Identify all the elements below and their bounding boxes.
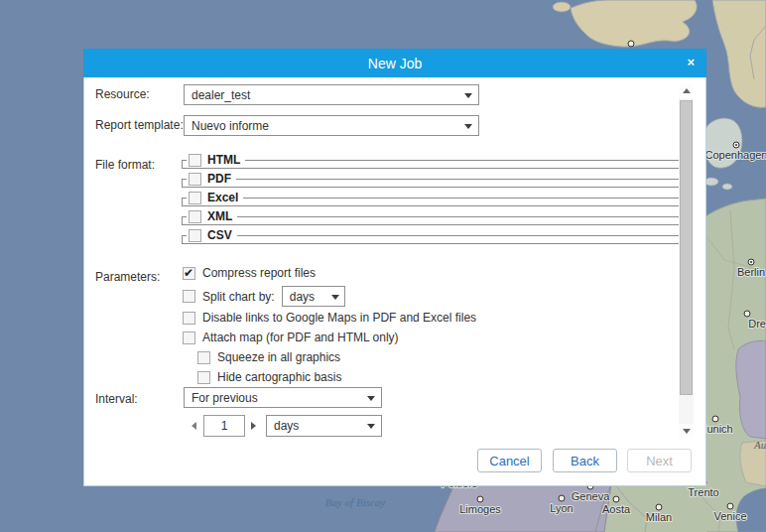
- city-label-venice: Venice: [713, 510, 746, 522]
- file-format-list: HTMLPDFExcelXMLCSV: [182, 153, 681, 247]
- city-marker-unnamed-town: [628, 41, 634, 47]
- csv-format-legend: CSV: [187, 228, 237, 242]
- disable-google-maps-links-checkbox[interactable]: [183, 312, 195, 325]
- pdf-format-legend: PDF: [187, 172, 236, 186]
- interval-select-value: For previous: [192, 391, 258, 405]
- excel-checkbox[interactable]: [189, 192, 201, 204]
- hide-cartographic-basis-row: Hide cartographic basis: [197, 370, 679, 384]
- html-format-label: HTML: [207, 153, 240, 167]
- parameters-list: Compress report filesSplit chart by:days…: [183, 266, 679, 390]
- chevron-down-icon: [331, 295, 339, 300]
- report-template-label: Report template:: [95, 118, 184, 132]
- scrollbar-thumb[interactable]: [680, 100, 693, 395]
- excel-format-label: Excel: [207, 191, 238, 204]
- squeeze-in-all-graphics-row: Squeeze in all graphics: [197, 350, 679, 364]
- attach-map-row: Attach map (for PDF and HTML only): [183, 331, 679, 344]
- interval-select[interactable]: For previous: [184, 387, 382, 408]
- excel-format-fieldset: Excel: [182, 191, 681, 206]
- resource-label: Resource:: [95, 87, 150, 101]
- html-checkbox[interactable]: [189, 154, 201, 167]
- pdf-format-fieldset: PDF: [182, 172, 681, 188]
- resource-select[interactable]: dealer_test: [184, 84, 479, 105]
- back-button[interactable]: Back: [553, 449, 617, 472]
- xml-format-label: XML: [207, 209, 232, 223]
- increment-arrow-icon[interactable]: [251, 422, 256, 430]
- bay-of-biscay-label: Bay of Biscay: [325, 496, 386, 508]
- csv-format-label: CSV: [207, 228, 232, 242]
- scroll-down-icon[interactable]: [679, 424, 694, 439]
- new-job-dialog: New Job × Resource: dealer_test Report t…: [83, 49, 706, 486]
- html-format-legend: HTML: [187, 153, 245, 167]
- interval-count-input[interactable]: [203, 415, 245, 437]
- dialog-scrollbar[interactable]: [679, 83, 694, 439]
- compress-report-files-row: Compress report files: [183, 266, 679, 280]
- attach-map-checkbox[interactable]: [183, 332, 195, 344]
- disable-google-maps-links-label: Disable links to Google Maps in PDF and …: [202, 311, 476, 325]
- interval-unit-select[interactable]: days: [266, 415, 382, 437]
- squeeze-in-all-graphics-checkbox[interactable]: [197, 351, 210, 364]
- xml-format-fieldset: XML: [182, 209, 681, 225]
- parameters-label: Parameters:: [95, 270, 160, 284]
- html-format-fieldset: HTML: [182, 153, 681, 169]
- dialog-titlebar: New Job ×: [83, 49, 706, 77]
- attach-map-label: Attach map (for PDF and HTML only): [202, 331, 399, 344]
- dialog-body: Resource: dealer_test Report template: N…: [84, 77, 705, 485]
- austria-label: Austria: [753, 439, 766, 451]
- dialog-title: New Job: [368, 56, 422, 71]
- interval-label: Interval:: [95, 392, 138, 406]
- resource-select-value: dealer_test: [192, 88, 250, 102]
- compress-report-files-label: Compress report files: [202, 266, 316, 280]
- city-label-limoges: Limoges: [459, 503, 501, 515]
- interval-unit-value: days: [274, 419, 299, 433]
- csv-checkbox[interactable]: [189, 229, 201, 242]
- file-format-label: File format:: [95, 158, 155, 172]
- city-label-dresden: Dresden: [748, 318, 766, 330]
- city-label-milan: Milan: [646, 511, 672, 523]
- close-icon[interactable]: ×: [687, 56, 695, 69]
- city-label-berlin: Berlin: [737, 266, 765, 278]
- split-chart-by-select-value: days: [290, 290, 315, 304]
- city-label-copenhagen: Copenhagen: [704, 149, 766, 161]
- split-chart-by-row: Split chart by:days: [183, 286, 679, 307]
- split-chart-by-label: Split chart by:: [202, 290, 275, 304]
- hide-cartographic-basis-label: Hide cartographic basis: [217, 370, 341, 384]
- compress-report-files-checkbox[interactable]: [183, 267, 195, 280]
- report-template-select-value: Nuevo informe: [192, 119, 269, 133]
- chevron-down-icon: [464, 124, 472, 129]
- excel-format-legend: Excel: [187, 191, 243, 204]
- map-islet: [704, 178, 718, 186]
- xml-checkbox[interactable]: [189, 210, 201, 223]
- xml-format-legend: XML: [187, 209, 237, 223]
- city-label-aosta: Aosta: [602, 503, 631, 515]
- cancel-button[interactable]: Cancel: [477, 449, 542, 472]
- disable-google-maps-links-row: Disable links to Google Maps in PDF and …: [183, 311, 679, 325]
- scroll-up-icon[interactable]: [679, 83, 694, 98]
- squeeze-in-all-graphics-label: Squeeze in all graphics: [217, 350, 340, 364]
- map-islet: [553, 2, 571, 12]
- app-stage: CopenhagenBerlinDresdenMunichTrentoVenic…: [0, 0, 766, 532]
- city-label-lyon: Lyon: [550, 502, 573, 514]
- csv-format-fieldset: CSV: [182, 228, 681, 244]
- chevron-down-icon: [367, 396, 375, 401]
- city-label-trento: Trento: [688, 486, 718, 498]
- split-chart-by-checkbox[interactable]: [183, 290, 195, 303]
- hide-cartographic-basis-checkbox[interactable]: [197, 371, 210, 384]
- pdf-format-label: PDF: [207, 172, 231, 186]
- chevron-down-icon: [367, 424, 375, 429]
- next-button: Next: [627, 449, 692, 472]
- report-template-select[interactable]: Nuevo informe: [184, 115, 479, 136]
- decrement-arrow-icon[interactable]: [192, 422, 196, 430]
- city-label-geneva: Geneva: [572, 490, 610, 502]
- split-chart-by-select[interactable]: days: [282, 286, 345, 307]
- chevron-down-icon: [464, 93, 472, 98]
- map-islet: [722, 184, 732, 190]
- pdf-checkbox[interactable]: [189, 173, 201, 186]
